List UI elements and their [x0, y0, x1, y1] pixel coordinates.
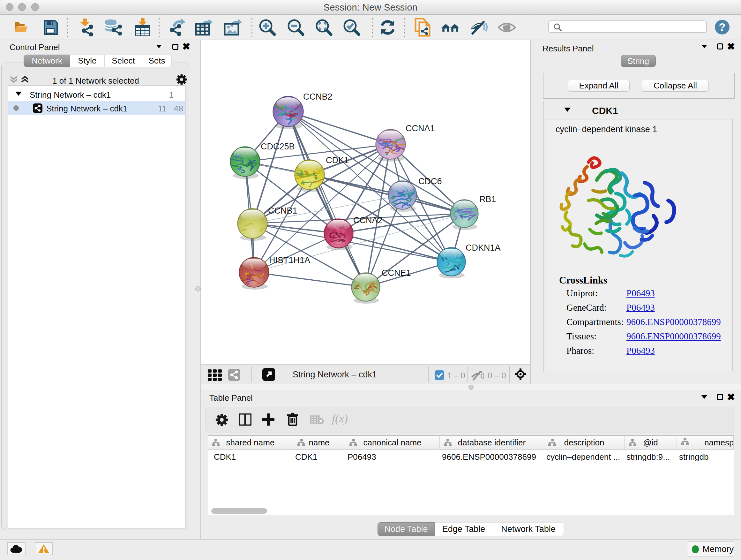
svg-text:HIST1H1A: HIST1H1A	[269, 255, 310, 265]
svg-text:CCNB1: CCNB1	[268, 206, 297, 215]
svg-text:CCNA1: CCNA1	[406, 124, 435, 133]
svg-text:RB1: RB1	[479, 194, 496, 204]
svg-text:CDC6: CDC6	[418, 177, 442, 186]
svg-text:CCNE1: CCNE1	[382, 268, 411, 278]
svg-text:CDKN1A: CDKN1A	[466, 243, 501, 253]
svg-text:CCNB2: CCNB2	[303, 92, 333, 102]
svg-text:CCNA2: CCNA2	[353, 215, 383, 225]
svg-text:CDK1: CDK1	[326, 155, 349, 165]
svg-text:?: ?	[719, 21, 726, 33]
svg-text:CDC25B: CDC25B	[261, 142, 295, 151]
